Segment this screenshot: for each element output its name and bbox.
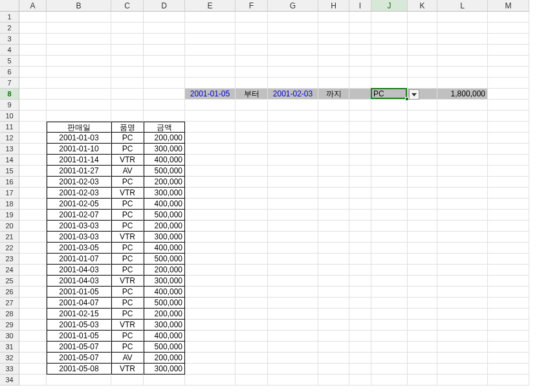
cell-G4[interactable]	[268, 45, 318, 56]
cell-L8[interactable]: 1,800,000	[437, 89, 488, 100]
cell-B25[interactable]: 2001-04-03	[47, 276, 111, 287]
cell-H19[interactable]	[318, 210, 349, 221]
row-header-27[interactable]: 27	[0, 298, 19, 309]
cell-C15[interactable]: AV	[111, 166, 144, 177]
row-header-7[interactable]: 7	[0, 78, 19, 89]
cell-I16[interactable]	[349, 177, 371, 188]
cell-I1[interactable]	[349, 12, 371, 23]
row-header-16[interactable]: 16	[0, 177, 19, 188]
cell-A28[interactable]	[19, 309, 47, 320]
cell-E5[interactable]	[185, 56, 236, 67]
cell-A7[interactable]	[19, 78, 47, 89]
cell-M22[interactable]	[488, 243, 529, 254]
cell-A5[interactable]	[19, 56, 47, 67]
cell-E17[interactable]	[185, 188, 236, 199]
cell-M27[interactable]	[488, 298, 529, 309]
cell-M6[interactable]	[488, 67, 529, 78]
cell-I33[interactable]	[349, 364, 371, 375]
cell-K21[interactable]	[408, 232, 437, 243]
cell-A25[interactable]	[19, 276, 47, 287]
cell-L18[interactable]	[437, 199, 488, 210]
cell-D1[interactable]	[144, 12, 185, 23]
cell-G2[interactable]	[268, 23, 318, 34]
cell-B34[interactable]	[47, 375, 111, 386]
cell-E7[interactable]	[185, 78, 236, 89]
cell-E22[interactable]	[185, 243, 236, 254]
cell-B8[interactable]	[47, 89, 111, 100]
cell-L32[interactable]	[437, 353, 488, 364]
cell-G23[interactable]	[268, 254, 318, 265]
row-header-1[interactable]: 1	[0, 12, 19, 23]
row-header-21[interactable]: 21	[0, 232, 19, 243]
cell-J27[interactable]	[371, 298, 408, 309]
cell-C6[interactable]	[111, 67, 144, 78]
cell-K22[interactable]	[408, 243, 437, 254]
cell-H4[interactable]	[318, 45, 349, 56]
cell-H16[interactable]	[318, 177, 349, 188]
cell-B23[interactable]: 2001-01-07	[47, 254, 111, 265]
row-header-18[interactable]: 18	[0, 199, 19, 210]
cell-I30[interactable]	[349, 331, 371, 342]
cell-M26[interactable]	[488, 287, 529, 298]
cell-H24[interactable]	[318, 265, 349, 276]
cell-E28[interactable]	[185, 309, 236, 320]
cell-C1[interactable]	[111, 12, 144, 23]
cell-J28[interactable]	[371, 309, 408, 320]
cell-G27[interactable]	[268, 298, 318, 309]
cell-G9[interactable]	[268, 100, 318, 111]
cell-F29[interactable]	[236, 320, 268, 331]
cell-D23[interactable]: 500,000	[144, 254, 185, 265]
cell-B14[interactable]: 2001-01-14	[47, 155, 111, 166]
column-header-C[interactable]: C	[111, 0, 144, 12]
cell-J11[interactable]	[371, 122, 408, 133]
cell-G13[interactable]	[268, 144, 318, 155]
cell-G25[interactable]	[268, 276, 318, 287]
cell-C16[interactable]: PC	[111, 177, 144, 188]
cell-E20[interactable]	[185, 221, 236, 232]
cell-A15[interactable]	[19, 166, 47, 177]
cell-H13[interactable]	[318, 144, 349, 155]
cell-H28[interactable]	[318, 309, 349, 320]
cell-D16[interactable]: 200,000	[144, 177, 185, 188]
cell-D3[interactable]	[144, 34, 185, 45]
cell-M34[interactable]	[488, 375, 529, 386]
cell-K13[interactable]	[408, 144, 437, 155]
cell-G14[interactable]	[268, 155, 318, 166]
cell-I19[interactable]	[349, 210, 371, 221]
cell-K27[interactable]	[408, 298, 437, 309]
cell-M11[interactable]	[488, 122, 529, 133]
cell-A13[interactable]	[19, 144, 47, 155]
cell-M13[interactable]	[488, 144, 529, 155]
row-header-31[interactable]: 31	[0, 342, 19, 353]
cell-D28[interactable]: 200,000	[144, 309, 185, 320]
cell-F33[interactable]	[236, 364, 268, 375]
cell-J17[interactable]	[371, 188, 408, 199]
cell-G22[interactable]	[268, 243, 318, 254]
cell-B33[interactable]: 2001-05-08	[47, 364, 111, 375]
cell-I25[interactable]	[349, 276, 371, 287]
cell-D13[interactable]: 300,000	[144, 144, 185, 155]
cell-G3[interactable]	[268, 34, 318, 45]
cell-G21[interactable]	[268, 232, 318, 243]
cell-B10[interactable]	[47, 111, 111, 122]
cell-B18[interactable]: 2001-02-05	[47, 199, 111, 210]
cell-M18[interactable]	[488, 199, 529, 210]
cell-E11[interactable]	[185, 122, 236, 133]
cell-F24[interactable]	[236, 265, 268, 276]
cell-C20[interactable]: PC	[111, 221, 144, 232]
cell-L7[interactable]	[437, 78, 488, 89]
cell-M31[interactable]	[488, 342, 529, 353]
cell-A21[interactable]	[19, 232, 47, 243]
cell-I18[interactable]	[349, 199, 371, 210]
cell-B11[interactable]: 판매일	[47, 122, 111, 133]
cell-A19[interactable]	[19, 210, 47, 221]
cell-E3[interactable]	[185, 34, 236, 45]
cell-M23[interactable]	[488, 254, 529, 265]
cell-E23[interactable]	[185, 254, 236, 265]
cell-K17[interactable]	[408, 188, 437, 199]
cell-D2[interactable]	[144, 23, 185, 34]
cell-J2[interactable]	[371, 23, 408, 34]
cell-I20[interactable]	[349, 221, 371, 232]
row-header-10[interactable]: 10	[0, 111, 19, 122]
cell-G28[interactable]	[268, 309, 318, 320]
